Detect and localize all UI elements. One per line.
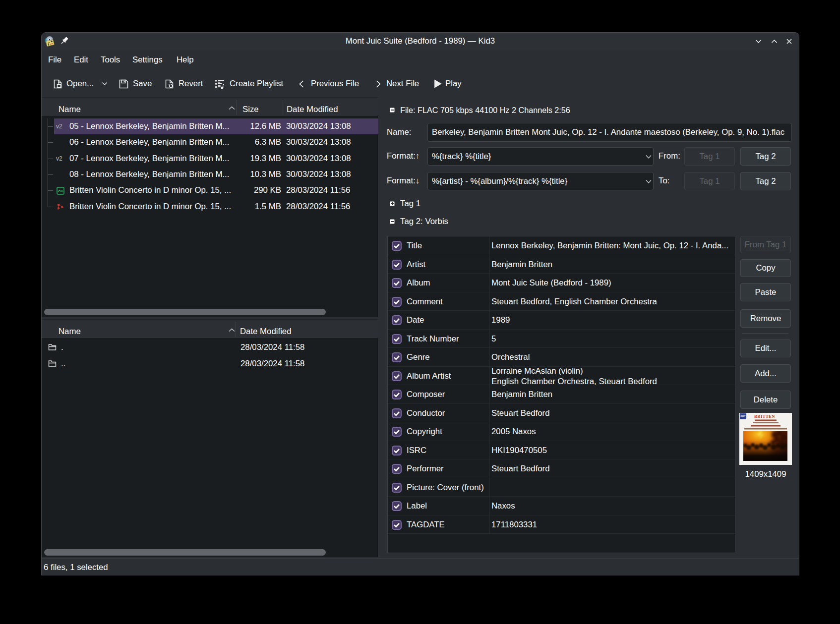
svg-text:BRITTEN: BRITTEN (754, 414, 775, 419)
